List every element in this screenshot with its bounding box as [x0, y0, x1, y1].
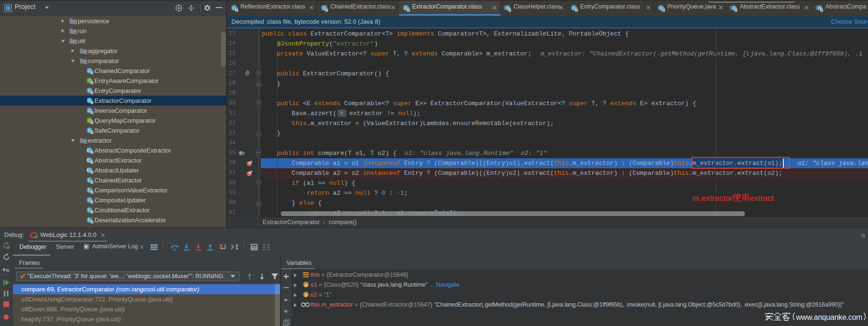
svg-text:I: I: [89, 118, 90, 123]
svg-text:C: C: [659, 5, 663, 10]
svg-text:C: C: [88, 147, 91, 153]
svg-text:C: C: [88, 127, 91, 133]
svg-text:C: C: [88, 98, 91, 103]
svg-text:p: p: [305, 292, 307, 297]
svg-text:C: C: [88, 157, 91, 163]
svg-text:I: I: [240, 151, 241, 155]
svg-text:I: I: [89, 78, 90, 83]
svg-text:p: p: [305, 282, 307, 287]
svg-text:C: C: [88, 68, 91, 73]
svg-text:C: C: [88, 108, 91, 113]
svg-text:C: C: [88, 88, 91, 93]
svg-text:C: C: [572, 5, 576, 10]
svg-text:C: C: [88, 167, 91, 172]
svg-text:C: C: [88, 197, 91, 202]
